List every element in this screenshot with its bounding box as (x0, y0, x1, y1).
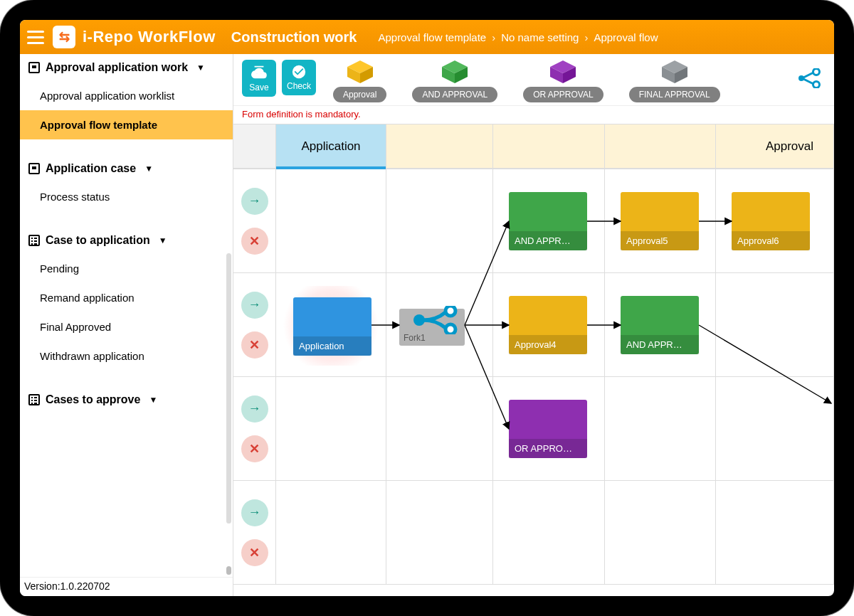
svg-line-16 (803, 79, 813, 84)
flow-row: →✕ (233, 481, 834, 585)
sidebar-item[interactable]: Withdrawn application (20, 341, 233, 371)
sidebar-group-title: Case to application (46, 234, 150, 247)
monitor-icon (28, 62, 40, 73)
scrollbar[interactable] (226, 253, 231, 524)
cell: Approval4 (493, 273, 605, 376)
sidebar-item[interactable]: Approval flow template (20, 110, 233, 139)
row-run-button[interactable]: → (241, 292, 268, 319)
cell-fork (386, 481, 493, 584)
breadcrumb-item[interactable]: Approval flow (594, 31, 658, 43)
row-delete-button[interactable]: ✕ (241, 228, 268, 255)
sidebar-group-header[interactable]: Approval application work▼ (20, 54, 233, 81)
sidebar-item[interactable]: Final Approved (20, 312, 233, 341)
breadcrumb-item[interactable]: Approval flow template (378, 31, 486, 43)
node-application[interactable]: Application (293, 297, 371, 356)
cube-icon (441, 60, 469, 84)
node-label: AND APPR… (509, 231, 587, 250)
app-screen: ⇆ i-Repo WorkFlow Construction work Appr… (20, 20, 834, 596)
cell: Approval5 (605, 169, 716, 272)
cell: AND APPR… (605, 273, 716, 376)
node-type-pill[interactable]: Approval (333, 60, 386, 102)
check-button[interactable]: Check (282, 60, 316, 95)
col-application[interactable]: Application (276, 124, 386, 168)
sidebar-group-header[interactable]: Application case▼ (20, 155, 233, 182)
cell: AND APPR… (493, 169, 605, 272)
breadcrumb-item[interactable]: No name setting (501, 31, 579, 43)
row-delete-button[interactable]: ✕ (241, 435, 268, 462)
pill-label: OR APPROVAL (523, 87, 603, 102)
list-icon (28, 394, 40, 405)
svg-point-18 (446, 306, 455, 316)
node-label: Approval4 (509, 335, 587, 354)
save-button[interactable]: Save (242, 60, 276, 97)
caret-down-icon: ▼ (196, 63, 205, 73)
node-purple[interactable]: OR APPRO… (509, 400, 587, 458)
cell-application (276, 169, 386, 272)
node-orange[interactable]: Approval4 (509, 296, 587, 354)
col-application-label: Application (301, 139, 360, 154)
cell-application (276, 481, 386, 584)
list-icon (28, 235, 40, 246)
col-approval-label: Approval (766, 139, 813, 154)
sidebar-item[interactable]: Pending (20, 254, 233, 283)
fork-icon (412, 306, 463, 334)
node-orange[interactable]: Approval5 (621, 192, 699, 250)
caret-down-icon: ▼ (144, 164, 153, 174)
node-label: Approval5 (621, 231, 699, 250)
chevron-right-icon: › (584, 31, 588, 43)
cell-application: Application (276, 273, 386, 376)
row-delete-button[interactable]: ✕ (241, 331, 268, 359)
row-delete-button[interactable]: ✕ (241, 539, 268, 566)
sidebar-group-header[interactable]: Case to application▼ (20, 227, 233, 254)
row-run-button[interactable]: → (241, 188, 268, 215)
error-message: Form definition is mandatory. (233, 106, 834, 124)
topbar: ⇆ i-Repo WorkFlow Construction work Appr… (20, 20, 834, 54)
node-green[interactable]: AND APPR… (621, 296, 699, 354)
node-green[interactable]: AND APPR… (509, 192, 587, 250)
flow-row: →✕OR APPRO… (233, 377, 834, 481)
node-fork[interactable]: Fork1 (399, 309, 465, 346)
sidebar: Approval application work▼Approval appli… (20, 54, 233, 596)
cell (716, 273, 834, 376)
sidebar-item[interactable]: Process status (20, 182, 233, 211)
check-button-label: Check (287, 81, 311, 91)
cell-fork: Fork1 (386, 273, 493, 376)
node-type-pill[interactable]: OR APPROVAL (523, 60, 603, 102)
app-title: i-Repo WorkFlow (83, 28, 216, 46)
cell (716, 377, 834, 480)
cell (493, 481, 605, 584)
node-type-pill[interactable]: AND APPROVAL (412, 60, 497, 102)
sidebar-item[interactable]: Remand application (20, 283, 233, 312)
hamburger-menu-icon[interactable] (26, 27, 46, 47)
svg-point-12 (798, 75, 804, 81)
save-button-label: Save (249, 83, 268, 92)
sidebar-group-header[interactable]: Cases to approve▼ (20, 386, 233, 413)
cell (716, 481, 834, 584)
scrollbar-thumb[interactable] (226, 566, 231, 575)
pill-label: FINAL APPROVAL (629, 87, 720, 102)
flow-row: →✕ApplicationFork1Approval4AND APPR… (233, 273, 834, 377)
tablet-frame: ⇆ i-Repo WorkFlow Construction work Appr… (0, 0, 854, 616)
sidebar-group-title: Approval application work (46, 61, 188, 74)
cell-fork (386, 169, 493, 272)
sidebar-item[interactable]: Approval application worklist (20, 81, 233, 110)
flow-row: →✕AND APPR…Approval5Approval6 (233, 169, 834, 273)
node-type-pill[interactable]: FINAL APPROVAL (629, 60, 720, 102)
node-orange[interactable]: Approval6 (732, 192, 810, 250)
cell (605, 481, 716, 584)
cell-application (276, 377, 386, 480)
share-icon[interactable] (797, 60, 826, 91)
row-gutter: →✕ (233, 481, 276, 584)
caret-down-icon: ▼ (149, 395, 157, 405)
col-spacer (493, 124, 605, 168)
node-label: OR APPRO… (509, 439, 587, 458)
svg-line-15 (803, 73, 813, 78)
sidebar-group-title: Cases to approve (46, 393, 140, 406)
flow-grid: Application Approval →✕AND APPR…Approval… (233, 124, 834, 596)
svg-point-17 (413, 314, 425, 326)
row-run-button[interactable]: → (241, 395, 268, 423)
breadcrumbs: Approval flow template › No name setting… (378, 31, 658, 43)
row-run-button[interactable]: → (241, 499, 268, 526)
node-label: AND APPR… (621, 335, 699, 354)
col-approval[interactable]: Approval (716, 124, 834, 168)
